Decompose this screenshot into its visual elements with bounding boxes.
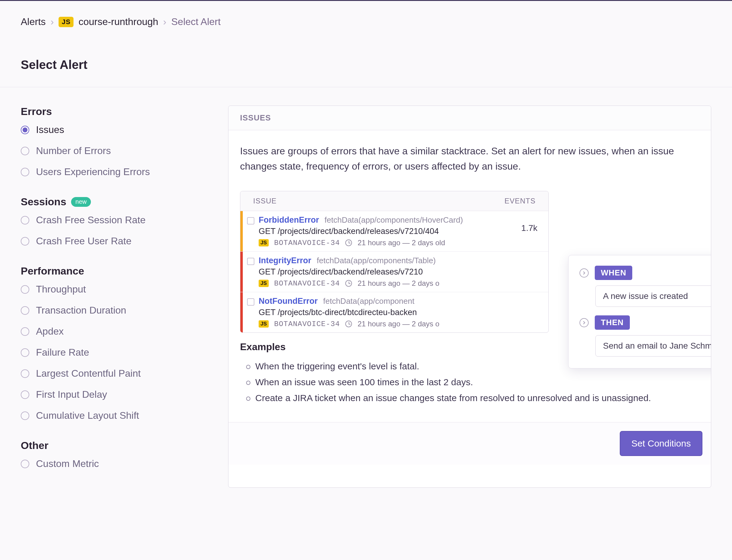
radio-users-experiencing-errors[interactable]: Users Experiencing Errors [21, 166, 228, 178]
radio-failure-rate[interactable]: Failure Rate [21, 347, 228, 358]
issue-age: 21 hours ago — 2 days o [357, 279, 439, 288]
radio-label: Issues [36, 124, 64, 135]
sidebar-heading-errors: Errors [21, 106, 228, 117]
sidebar-heading-sessions: Sessions new [21, 196, 228, 208]
radio-icon [21, 390, 29, 399]
issue-events-count [512, 292, 548, 304]
issue-events-count: 1.7k [512, 211, 548, 233]
chevron-right-icon: › [51, 16, 54, 27]
project-js-badge: JS [59, 17, 74, 27]
radio-cumulative-layout-shift[interactable]: Cumulative Layout Shift [21, 410, 228, 421]
sidebar-heading-other: Other [21, 440, 228, 451]
step-chevron-icon [579, 268, 589, 278]
alert-type-sidebar: Errors Issues Number of Errors Users Exp… [21, 106, 228, 488]
radio-number-of-errors[interactable]: Number of Errors [21, 145, 228, 156]
radio-label: Transaction Duration [36, 305, 126, 316]
issue-checkbox[interactable] [247, 298, 254, 306]
severity-bar-icon [240, 292, 243, 332]
severity-bar-icon [240, 211, 243, 251]
when-condition-select[interactable]: A new issue is created [595, 285, 711, 307]
radio-crash-free-user-rate[interactable]: Crash Free User Rate [21, 235, 228, 247]
radio-throughput[interactable]: Throughput [21, 284, 228, 295]
page-title: Select Alert [21, 58, 711, 72]
issue-short-id: BOTANAVOICE-34 [274, 279, 340, 288]
radio-icon [21, 147, 29, 155]
step-chevron-icon [579, 318, 589, 327]
breadcrumb-project-link[interactable]: course-runthrough [78, 16, 158, 27]
issue-func: fetchData(app/components/Table) [317, 256, 436, 265]
radio-custom-metric[interactable]: Custom Metric [21, 458, 228, 469]
radio-issues[interactable]: Issues [21, 124, 228, 135]
set-conditions-button[interactable]: Set Conditions [620, 431, 702, 456]
radio-label: Number of Errors [36, 145, 111, 156]
col-events-header: EVENTS [504, 197, 536, 205]
radio-icon [21, 237, 29, 246]
mini-js-badge: JS [259, 239, 269, 246]
issue-title-link[interactable]: IntegrityError [259, 256, 311, 265]
mini-js-badge: JS [259, 320, 269, 328]
issue-short-id: BOTANAVOICE-34 [274, 320, 340, 328]
then-value: Send an email to Jane Schmidt [603, 341, 711, 351]
panel-description: Issues are groups of errors that have a … [240, 144, 699, 174]
radio-icon [21, 168, 29, 176]
issue-title-link[interactable]: NotFoundError [259, 296, 318, 306]
radio-first-input-delay[interactable]: First Input Delay [21, 389, 228, 400]
issue-func: fetchData(app/components/HoverCard) [325, 215, 463, 225]
issue-checkbox[interactable] [247, 258, 254, 265]
alert-detail-panel: ISSUES Issues are groups of errors that … [228, 106, 711, 488]
radio-transaction-duration[interactable]: Transaction Duration [21, 305, 228, 316]
breadcrumb-current: Select Alert [171, 16, 221, 27]
table-row: ForbiddenError fetchData(app/components/… [240, 211, 548, 252]
radio-icon [21, 327, 29, 336]
issue-path: GET /projects/btc-direct/btcdirecteu-bac… [259, 308, 508, 317]
chevron-right-icon: › [163, 16, 167, 27]
issue-events-count [512, 252, 548, 264]
when-pill: WHEN [595, 266, 632, 280]
list-item: When an issue was seen 100 times in the … [246, 377, 699, 387]
radio-label: Crash Free User Rate [36, 235, 131, 247]
radio-label: Users Experiencing Errors [36, 166, 150, 178]
alert-illustration: ISSUE EVENTS ForbiddenError fetchData(ap… [240, 191, 699, 333]
table-row: NotFoundError fetchData(app/component GE… [240, 292, 548, 332]
then-action-select[interactable]: Send an email to Jane Schmidt [595, 335, 711, 357]
radio-label: Failure Rate [36, 347, 89, 358]
issue-age: 21 hours ago — 2 days o [357, 320, 439, 328]
radio-largest-contentful-paint[interactable]: Largest Contentful Paint [21, 368, 228, 379]
mini-js-badge: JS [259, 280, 269, 287]
issue-short-id: BOTANAVOICE-34 [274, 239, 340, 247]
radio-icon [21, 411, 29, 420]
issue-table: ISSUE EVENTS ForbiddenError fetchData(ap… [240, 191, 549, 333]
issue-path: GET /projects/direct/backend/releases/v7… [259, 267, 508, 277]
radio-label: Custom Metric [36, 458, 99, 469]
examples-list: When the triggering event's level is fat… [240, 361, 699, 403]
radio-icon [21, 285, 29, 294]
new-badge: new [71, 197, 91, 207]
radio-apdex[interactable]: Apdex [21, 326, 228, 337]
list-item: When the triggering event's level is fat… [246, 361, 699, 372]
radio-icon [21, 126, 29, 134]
rule-builder-card: WHEN A new issue is created THEN [568, 255, 711, 368]
issue-checkbox[interactable] [247, 217, 254, 224]
issue-path: GET /projects/direct/backend/releases/v7… [259, 227, 508, 236]
radio-icon [21, 306, 29, 315]
clock-icon [345, 239, 352, 246]
clock-icon [345, 321, 352, 327]
panel-header: ISSUES [228, 106, 711, 130]
breadcrumb: Alerts › JS course-runthrough › Select A… [21, 16, 711, 27]
issue-age: 21 hours ago — 2 days old [357, 239, 445, 247]
radio-label: Cumulative Layout Shift [36, 410, 139, 421]
table-row: IntegrityError fetchData(app/components/… [240, 252, 548, 292]
radio-label: Crash Free Session Rate [36, 214, 145, 226]
when-value: A new issue is created [603, 291, 688, 301]
radio-crash-free-session-rate[interactable]: Crash Free Session Rate [21, 214, 228, 226]
radio-icon [21, 348, 29, 357]
radio-label: Apdex [36, 326, 64, 337]
radio-icon [21, 216, 29, 224]
severity-bar-icon [240, 252, 243, 292]
col-issue-header: ISSUE [253, 197, 277, 205]
breadcrumb-alerts-link[interactable]: Alerts [21, 16, 46, 27]
issue-title-link[interactable]: ForbiddenError [259, 215, 319, 225]
radio-icon [21, 369, 29, 378]
clock-icon [345, 280, 352, 287]
list-item: Create a JIRA ticket when an issue chang… [246, 393, 699, 403]
